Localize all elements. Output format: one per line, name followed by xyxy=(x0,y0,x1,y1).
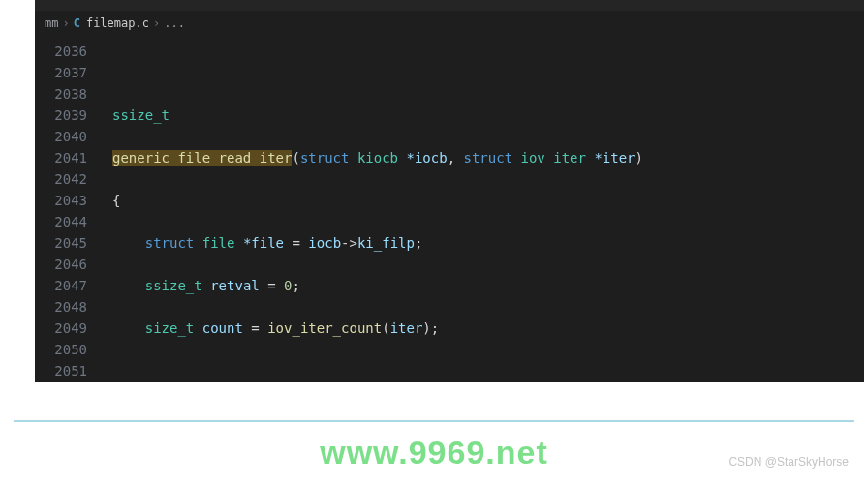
param-token: *iocb xyxy=(406,150,447,166)
keyword-token: struct xyxy=(464,150,513,166)
var-token: count xyxy=(202,320,243,336)
line-number: 2044 xyxy=(35,211,87,232)
line-number: 2049 xyxy=(35,318,87,339)
line-number: 2051 xyxy=(35,360,87,381)
var-token: iocb xyxy=(308,235,341,251)
chevron-right-icon: › xyxy=(62,16,69,30)
keyword-token: struct xyxy=(300,150,350,166)
line-number: 2045 xyxy=(35,232,87,254)
breadcrumb[interactable]: mm › C filemap.c › ... xyxy=(35,12,864,35)
breadcrumb-file[interactable]: filemap.c xyxy=(86,16,149,30)
c-file-icon: C xyxy=(74,16,80,30)
type-token: size_t xyxy=(145,320,195,336)
type-token: iov_iter xyxy=(521,150,586,166)
line-number: 2040 xyxy=(35,126,87,147)
var-token: iter xyxy=(390,320,423,336)
member-token: ki_filp xyxy=(357,235,415,251)
chevron-right-icon: › xyxy=(153,16,160,30)
line-number: 2038 xyxy=(35,83,87,105)
line-number: 2037 xyxy=(35,62,87,83)
param-token: *iter xyxy=(594,150,635,166)
function-call: iov_iter_count xyxy=(267,320,382,336)
code-area[interactable]: 2036203720382039204020412042204320442045… xyxy=(35,35,864,382)
var-token: retval xyxy=(210,278,260,293)
type-token: kiocb xyxy=(357,150,398,166)
line-number: 2047 xyxy=(35,275,87,296)
gutter: 2036203720382039204020412042204320442045… xyxy=(35,35,105,382)
code-content[interactable]: ssize_t generic_file_read_iter(struct ki… xyxy=(105,35,864,382)
var-token: *file xyxy=(243,235,284,251)
breadcrumb-more[interactable]: ... xyxy=(164,16,185,30)
line-number: 2041 xyxy=(35,147,87,168)
line-number: 2039 xyxy=(35,105,87,126)
type-token: ssize_t xyxy=(112,107,170,123)
line-number: 2050 xyxy=(35,339,87,360)
footer-rule xyxy=(14,420,854,422)
type-token: file xyxy=(202,235,235,251)
function-name: generic_file_read_iter xyxy=(112,150,292,166)
editor-window: mm › C filemap.c › ... 20362037203820392… xyxy=(35,0,864,382)
type-token: ssize_t xyxy=(145,278,202,293)
breadcrumb-folder[interactable]: mm xyxy=(45,16,58,30)
line-number: 2042 xyxy=(35,168,87,190)
watermark-right: CSDN @StarSkyHorse xyxy=(728,455,849,469)
keyword-token: struct xyxy=(145,235,195,251)
line-number: 2043 xyxy=(35,190,87,211)
line-number: 2036 xyxy=(35,41,87,62)
line-number: 2048 xyxy=(35,296,87,318)
tab-bar xyxy=(35,0,864,12)
brace-token: { xyxy=(112,193,120,208)
line-number: 2046 xyxy=(35,254,87,275)
